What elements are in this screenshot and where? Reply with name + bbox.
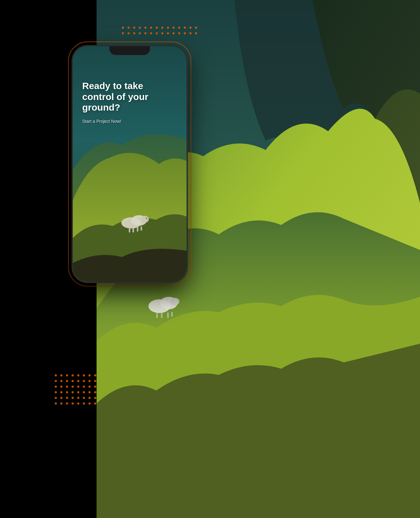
dot-decoration: [144, 32, 147, 34]
dot-decoration: [156, 27, 158, 29]
phone-notch: [109, 46, 150, 55]
headline-line2: control of your: [82, 92, 148, 102]
dot-decoration: [150, 27, 152, 29]
dot-decoration: [128, 27, 130, 29]
dot-decoration: [184, 27, 186, 29]
dot-decoration: [150, 32, 152, 34]
dot-decoration: [77, 374, 79, 376]
dot-decoration: [88, 402, 91, 405]
svg-rect-15: [137, 227, 138, 232]
dot-decoration: [77, 380, 79, 382]
dot-decoration: [88, 391, 91, 393]
dots-top-decoration: [122, 27, 198, 35]
dot-decoration: [189, 32, 192, 34]
dot-decoration: [161, 27, 163, 29]
dot-decoration: [60, 374, 62, 376]
svg-rect-16: [141, 226, 142, 231]
dot-decoration: [66, 386, 68, 388]
dot-decoration: [122, 32, 124, 34]
dot-decoration: [72, 397, 74, 399]
dot-decoration: [184, 32, 186, 34]
svg-rect-4: [156, 312, 158, 318]
svg-rect-13: [129, 227, 130, 232]
headline-line1: Ready to take: [82, 81, 143, 91]
phone-mockup: Ready to take control of your ground? St…: [72, 45, 188, 283]
dot-decoration: [94, 391, 96, 393]
dot-decoration: [195, 32, 197, 34]
dot-decoration: [83, 386, 85, 388]
dot-decoration: [60, 380, 62, 382]
screen-text-overlay: Ready to take control of your ground? St…: [82, 81, 180, 124]
dot-decoration: [161, 32, 163, 34]
dot-decoration: [88, 397, 91, 399]
dot-decoration: [55, 380, 57, 382]
dot-decoration: [178, 32, 180, 34]
dot-decoration: [83, 374, 85, 376]
headline-line3: ground?: [82, 102, 120, 112]
dot-decoration: [72, 374, 74, 376]
dot-decoration: [83, 391, 85, 393]
svg-rect-5: [161, 312, 162, 318]
dot-decoration: [60, 386, 62, 388]
dot-decoration: [195, 27, 197, 29]
dot-decoration: [144, 27, 147, 29]
dot-decoration: [94, 402, 96, 405]
dot-decoration: [88, 380, 91, 382]
dot-decoration: [94, 386, 96, 388]
dot-decoration: [156, 32, 158, 34]
svg-point-12: [146, 218, 147, 219]
dots-bottom-decoration: [55, 374, 97, 406]
dot-decoration: [66, 397, 68, 399]
svg-rect-6: [167, 312, 169, 318]
phone-screen: Ready to take control of your ground? St…: [73, 46, 187, 282]
dot-decoration: [66, 391, 68, 393]
dot-decoration: [72, 380, 74, 382]
svg-point-3: [171, 298, 179, 305]
dot-decoration: [77, 397, 79, 399]
dot-decoration: [94, 380, 96, 382]
dot-decoration: [55, 386, 57, 388]
dot-decoration: [178, 27, 180, 29]
dot-decoration: [189, 27, 192, 29]
svg-rect-14: [132, 227, 134, 232]
phone-body: Ready to take control of your ground? St…: [72, 45, 188, 283]
dot-decoration: [72, 386, 74, 388]
dot-decoration: [55, 391, 57, 393]
dot-decoration: [60, 402, 62, 405]
dot-decoration: [66, 374, 68, 376]
dot-decoration: [128, 32, 130, 34]
dot-decoration: [72, 391, 74, 393]
dot-decoration: [88, 374, 91, 376]
dot-decoration: [66, 402, 68, 405]
dot-decoration: [55, 402, 57, 405]
dot-decoration: [66, 380, 68, 382]
dot-decoration: [139, 27, 141, 29]
dot-decoration: [83, 402, 85, 405]
svg-rect-7: [171, 312, 173, 317]
dot-decoration: [139, 32, 141, 34]
dot-decoration: [60, 397, 62, 399]
dot-decoration: [55, 397, 57, 399]
dot-decoration: [167, 32, 169, 34]
dot-decoration: [172, 32, 175, 34]
dot-decoration: [88, 386, 91, 388]
dot-decoration: [167, 27, 169, 29]
dot-decoration: [55, 374, 57, 376]
screen-subtext[interactable]: Start a Project Now!: [82, 119, 180, 124]
dot-decoration: [133, 32, 135, 34]
dot-decoration: [60, 391, 62, 393]
dot-decoration: [72, 402, 74, 405]
dot-decoration: [77, 386, 79, 388]
dot-decoration: [94, 374, 96, 376]
dot-decoration: [77, 402, 79, 405]
dot-decoration: [83, 397, 85, 399]
dot-decoration: [122, 27, 124, 29]
screen-headline: Ready to take control of your ground?: [82, 81, 180, 113]
dot-decoration: [172, 27, 175, 29]
dot-decoration: [77, 391, 79, 393]
svg-point-11: [141, 216, 149, 223]
dot-decoration: [94, 397, 96, 399]
dot-decoration: [83, 380, 85, 382]
dot-decoration: [133, 27, 135, 29]
